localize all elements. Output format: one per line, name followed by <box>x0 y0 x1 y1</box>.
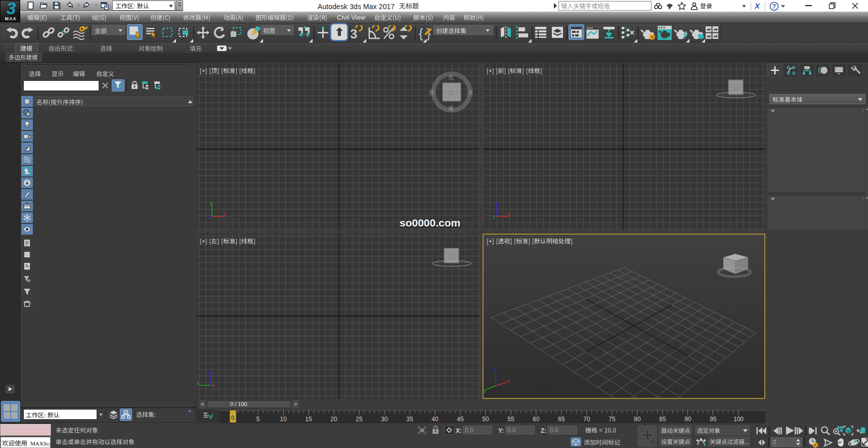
svg-text:y: y <box>493 214 495 219</box>
svg-text:z: z <box>494 367 496 372</box>
svg-text:x: x <box>508 211 510 216</box>
svg-text:z: z <box>208 214 211 219</box>
svg-text:3: 3 <box>7 0 16 18</box>
svg-text:3: 3 <box>350 26 357 40</box>
svg-text:z: z <box>209 370 211 375</box>
svg-text:y: y <box>210 200 212 205</box>
svg-text:x: x <box>507 378 510 384</box>
svg-text:y: y <box>484 387 486 393</box>
svg-text:x: x <box>212 383 214 388</box>
svg-text:x: x <box>223 211 226 216</box>
svg-text:?: ? <box>772 3 776 10</box>
svg-text:z: z <box>495 201 497 206</box>
svg-text:y: y <box>197 380 199 385</box>
